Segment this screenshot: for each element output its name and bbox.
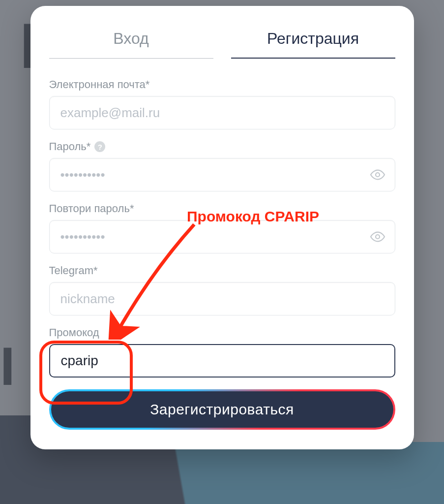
telegram-label: Telegram* bbox=[49, 264, 395, 277]
svg-point-0 bbox=[376, 173, 380, 177]
eye-icon[interactable] bbox=[369, 228, 386, 246]
help-icon[interactable]: ? bbox=[94, 141, 105, 152]
telegram-input[interactable] bbox=[49, 282, 395, 315]
field-promo: Промокод bbox=[45, 326, 399, 378]
submit-wrap: Зарегистрироваться bbox=[49, 389, 395, 430]
promo-input[interactable] bbox=[49, 344, 395, 378]
field-telegram: Telegram* bbox=[45, 264, 399, 315]
field-repeat-password: Повтори пароль* bbox=[45, 202, 399, 253]
eye-icon[interactable] bbox=[369, 166, 386, 184]
field-password: Пароль* ? bbox=[45, 140, 399, 191]
email-input[interactable] bbox=[49, 96, 395, 129]
register-button[interactable]: Зарегистрироваться bbox=[51, 391, 393, 428]
password-label: Пароль* ? bbox=[49, 140, 395, 153]
field-email: Электронная почта* bbox=[45, 78, 399, 129]
repeat-password-input[interactable] bbox=[49, 220, 395, 253]
repeat-password-label: Повтори пароль* bbox=[49, 202, 395, 215]
email-label: Электронная почта* bbox=[49, 78, 395, 91]
svg-point-1 bbox=[376, 235, 380, 239]
password-input[interactable] bbox=[49, 158, 395, 191]
tab-login[interactable]: Вход bbox=[49, 30, 213, 59]
promo-label: Промокод bbox=[49, 326, 395, 339]
tab-register[interactable]: Регистрация bbox=[231, 30, 395, 59]
auth-modal: Вход Регистрация Электронная почта* Паро… bbox=[30, 6, 414, 449]
auth-tabs: Вход Регистрация bbox=[49, 30, 395, 59]
